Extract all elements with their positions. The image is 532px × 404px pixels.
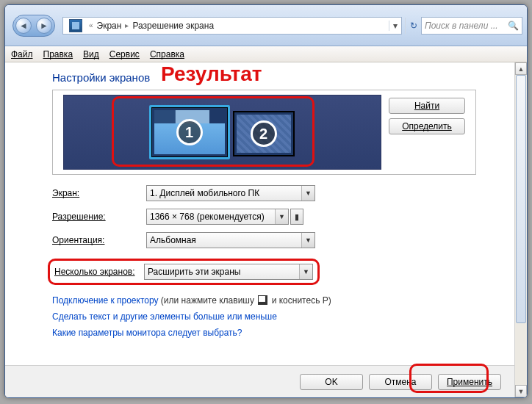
chevron-down-icon: ▼ — [299, 264, 312, 279]
breadcrumb[interactable]: « Экран ▸ Разрешение экрана ▾ — [62, 17, 402, 35]
dropdown-multiple-displays[interactable]: Расширить эти экраны ▼ — [144, 264, 313, 280]
search-placeholder: Поиск в панели ... — [425, 21, 498, 31]
windows-key-icon — [258, 295, 267, 305]
which-monitor-link[interactable]: Какие параметры монитора следует выбрать… — [52, 328, 476, 338]
chevron-down-icon: ▼ — [275, 209, 288, 224]
forward-button[interactable]: ► — [36, 18, 52, 34]
monitor-preview-panel: 1 2 Найти Определить — [52, 90, 476, 175]
label-screen: Экран: — [52, 188, 146, 198]
projector-link[interactable]: Подключение к проектору — [52, 295, 159, 306]
search-input[interactable]: Поиск в панели ... 🔍 — [421, 17, 522, 35]
monitor-1[interactable]: 1 — [151, 107, 229, 158]
menu-view[interactable]: Вид — [83, 49, 99, 59]
row-screen: Экран: 1. Дисплей мобильного ПК ▼ — [52, 185, 476, 201]
menu-edit[interactable]: Правка — [43, 49, 73, 59]
menu-file[interactable]: Файл — [11, 49, 33, 59]
titlebar: ◄ ► « Экран ▸ Разрешение экрана ▾ ↻ Поис… — [5, 5, 527, 46]
refresh-button[interactable]: ↻ — [405, 18, 421, 34]
dropdown-orientation[interactable]: Альбомная ▼ — [146, 232, 315, 248]
menu-help[interactable]: Справка — [150, 49, 184, 59]
breadcrumb-dropdown[interactable]: ▾ — [389, 21, 401, 31]
scroll-track[interactable] — [515, 75, 527, 385]
chevron-down-icon: ▼ — [301, 233, 314, 248]
result-annotation: Результат — [161, 62, 262, 86]
apply-button[interactable]: Применить — [438, 374, 501, 390]
dialog-footer: OK Отмена Применить — [5, 365, 514, 397]
screen-resolution-window: — ▭ ✕ ◄ ► « Экран ▸ Разрешение экрана ▾ … — [4, 4, 528, 398]
scroll-up-button[interactable]: ▲ — [515, 62, 527, 75]
dropdown-screen[interactable]: 1. Дисплей мобильного ПК ▼ — [146, 185, 315, 201]
breadcrumb-screen[interactable]: Экран — [97, 21, 122, 31]
find-button[interactable]: Найти — [389, 98, 465, 114]
chevron-icon: « — [89, 21, 93, 29]
label-multiple: Несколько экранов: — [54, 267, 144, 277]
chevron-down-icon: ▼ — [301, 186, 314, 201]
back-button[interactable]: ◄ — [15, 18, 32, 34]
vertical-scrollbar[interactable]: ▲ ▼ — [514, 62, 527, 397]
nav-buttons: ◄ ► — [12, 15, 55, 37]
projector-link-line: Подключение к проектору (или нажмите кла… — [52, 295, 476, 306]
label-resolution: Разрешение: — [52, 212, 146, 222]
scroll-thumb[interactable] — [516, 75, 526, 323]
content-area: Настройки экранов Результат 1 2 Найти Оп… — [5, 62, 527, 397]
highlight-multiple-displays: Несколько экранов: Расширить эти экраны … — [48, 259, 320, 285]
monitor-1-number: 1 — [176, 119, 203, 145]
breadcrumb-resolution[interactable]: Разрешение экрана — [132, 21, 214, 31]
cancel-button[interactable]: Отмена — [369, 374, 432, 390]
identify-button[interactable]: Определить — [389, 118, 465, 134]
text-size-link[interactable]: Сделать текст и другие элементы больше и… — [52, 311, 476, 322]
search-icon: 🔍 — [508, 21, 519, 31]
ok-button[interactable]: OK — [300, 374, 363, 390]
label-orientation: Ориентация: — [52, 235, 146, 245]
scroll-down-button[interactable]: ▼ — [515, 385, 527, 397]
content: Настройки экранов Результат 1 2 Найти Оп… — [5, 62, 514, 397]
chevron-icon: ▸ — [125, 21, 129, 29]
row-resolution: Разрешение: 1366 × 768 (рекомендуется) ▼… — [52, 209, 476, 225]
row-orientation: Ориентация: Альбомная ▼ — [52, 232, 476, 248]
monitor-2-number: 2 — [251, 120, 277, 147]
control-panel-icon — [69, 19, 82, 32]
monitor-arrangement[interactable]: 1 2 — [63, 95, 381, 170]
monitor-2[interactable]: 2 — [233, 111, 295, 156]
menu-service[interactable]: Сервис — [109, 49, 140, 59]
page-title: Настройки экранов — [52, 71, 476, 84]
links-section: Подключение к проектору (или нажмите кла… — [52, 295, 476, 338]
resolution-slider-button[interactable]: ▮ — [290, 209, 303, 225]
dropdown-resolution[interactable]: 1366 × 768 (рекомендуется) ▼ — [146, 209, 289, 225]
menu-bar: Файл Правка Вид Сервис Справка — [5, 46, 527, 62]
